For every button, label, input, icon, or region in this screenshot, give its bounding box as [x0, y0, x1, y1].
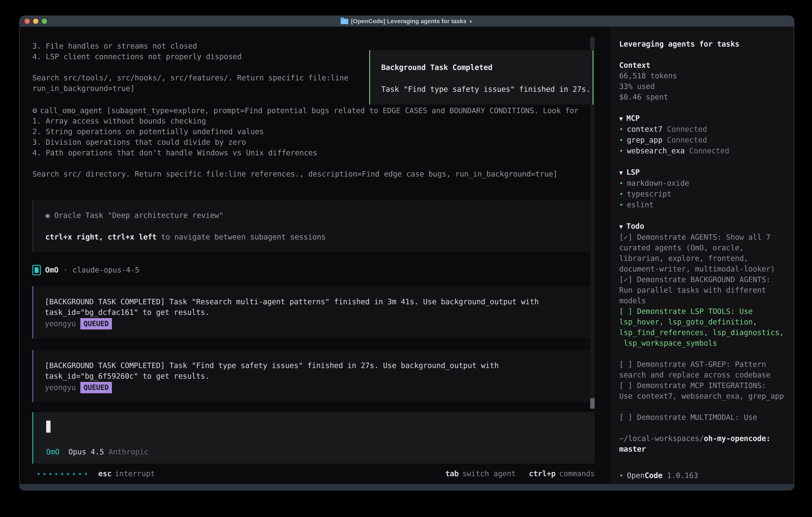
oracle-task-card: ◉ Oracle Task "Deep architecture review"…: [32, 200, 595, 252]
record-icon: ◉: [46, 211, 50, 220]
terminal-line: [32, 62, 348, 73]
todo-section-header[interactable]: ▼Todo: [619, 221, 784, 232]
mcp-item: •websearch_exa Connected: [619, 145, 784, 156]
agent-name: OmO: [45, 265, 59, 275]
text-cursor: [46, 420, 51, 433]
model-provider: Anthropic: [109, 447, 148, 456]
scrollback-block-1: 3. File handles or streams not closed 4.…: [32, 41, 348, 94]
hint-keys: ctrl+x right, ctrl+x left: [46, 233, 157, 241]
status-badge: QUEUED: [80, 318, 112, 329]
status-bar-right: tab switch agent ctrl+p commands: [445, 468, 595, 479]
message-footer: yeongyu QUEUED: [45, 318, 595, 329]
terminal-line: Search src/tools/, src/hooks/, src/featu…: [32, 73, 348, 83]
window-bottom-strip: [20, 484, 794, 490]
background-task-toast[interactable]: Background Task Completed Task "Find typ…: [369, 50, 593, 105]
toast-title: Background Task Completed: [381, 62, 592, 73]
chevron-down-icon: ▼: [619, 169, 623, 176]
mcp-section-header[interactable]: ▼MCP: [619, 113, 784, 124]
terminal-line: run_in_background=true]: [32, 83, 348, 94]
workspace-branch: master: [619, 444, 784, 455]
main-scrollbar-thumb[interactable]: [590, 398, 594, 409]
todo-item-done: [✓] Demonstrate BACKGROUND AGENTS: Run p…: [619, 274, 784, 306]
message-author: yeongyu: [45, 382, 76, 393]
context-heading: Context: [619, 60, 784, 71]
todo-item-done: [✓] Demonstrate AGENTS: Show all 7 curat…: [619, 232, 784, 274]
half-circle-icon: ◐: [469, 18, 473, 25]
lsp-item: •markdown-oxide: [619, 178, 784, 189]
background-task-message: [BACKGROUND TASK COMPLETED] Task "Find t…: [32, 350, 595, 402]
terminal-line: Search src/ directory. Return specific f…: [32, 169, 578, 179]
session-title: Leveraging agents for tasks: [619, 39, 784, 49]
terminal-window: [OpenCode] Leveraging agents for tasks ◐…: [19, 16, 794, 490]
terminal-line: [32, 158, 578, 169]
agent-call-text: call_omo_agent [subagent_type=explore, p…: [40, 106, 578, 115]
background-task-message: [BACKGROUND TASK COMPLETED] Task "Resear…: [32, 286, 595, 338]
agent-model: claude-opus-4-5: [72, 265, 139, 275]
folder-icon: [341, 19, 348, 24]
todo-item-pending: [ ] Demonstrate MCP INTEGRATIONS: Use co…: [619, 380, 784, 402]
message-line: task_id="bg_dcfac161" to get results.: [45, 307, 595, 318]
context-tokens: 66,518 tokens: [619, 71, 784, 81]
status-dot-icon: •: [619, 136, 623, 144]
todo-item-pending: [ ] Demonstrate AST-GREP: Pattern search…: [619, 359, 784, 380]
ctrlp-key-hint: ctrl+p: [529, 468, 556, 479]
status-badge: QUEUED: [80, 382, 112, 393]
gear-icon: ⚙: [32, 106, 37, 115]
chat-main-pane: 3. File handles or streams not closed 4.…: [20, 27, 610, 484]
close-button[interactable]: [25, 19, 30, 24]
tab-key-label: switch agent: [462, 468, 516, 479]
active-model: Opus 4.5: [68, 447, 104, 456]
chevron-down-icon: ▼: [619, 115, 623, 122]
oracle-task-line: ◉ Oracle Task "Deep architecture review": [46, 210, 595, 221]
lsp-item: •typescript: [619, 189, 784, 199]
oracle-hint-line: ctrl+x right, ctrl+x left to navigate be…: [46, 232, 595, 242]
status-dot-icon: •: [619, 179, 623, 187]
model-indicator[interactable]: OmO Opus 4.5 Anthropic: [46, 446, 148, 457]
status-bar: ▪▪▪▪▪▪▪▪▪ esc interrupt tab switch agent…: [20, 468, 610, 480]
window-title: [OpenCode] Leveraging agents for tasks ◐: [341, 18, 473, 25]
oracle-task-text: Oracle Task "Deep architecture review": [54, 211, 223, 220]
terminal-line: 4. LSP client connections not properly d…: [32, 51, 348, 62]
desktop: [OpenCode] Leveraging agents for tasks ◐…: [0, 0, 812, 517]
mcp-item: •grep_app Connected: [619, 135, 784, 145]
toast-body: Task "Find type safety issues" finished …: [381, 84, 592, 94]
separator-dot: ·: [63, 265, 68, 275]
session-sidebar: Leveraging agents for tasks Context 66,5…: [610, 27, 794, 484]
todo-item-active: [ ] Demonstrate LSP TOOLS: Use lsp_hover…: [619, 306, 784, 349]
main-scrollbar-top-block: [590, 37, 594, 49]
prompt-input[interactable]: OmO Opus 4.5 Anthropic: [32, 412, 595, 464]
message-line: [BACKGROUND TASK COMPLETED] Task "Find t…: [45, 360, 595, 371]
esc-key-label: interrupt: [115, 468, 155, 479]
zoom-button[interactable]: [42, 19, 47, 24]
terminal-line: 4. Path operations that don't handle Win…: [32, 147, 578, 158]
workspace-path: ~/local-workspaces/oh-my-opencode: maste…: [619, 433, 784, 455]
window-title-text: [OpenCode] Leveraging agents for tasks: [351, 18, 467, 25]
agent-session-header[interactable]: OmO · claude-opus-4-5: [32, 265, 139, 275]
message-author: yeongyu: [45, 319, 76, 329]
scrollback-block-2: ⚙call_omo_agent [subagent_type=explore, …: [32, 105, 578, 179]
status-dot-icon: •: [619, 472, 623, 480]
activity-dots-icon: ▪▪▪▪▪▪▪▪▪: [37, 468, 90, 479]
lsp-section-header[interactable]: ▼LSP: [619, 167, 784, 178]
status-dot-icon: •: [619, 147, 623, 155]
todo-item-pending: [ ] Demonstrate MULTIMODAL: Use: [619, 412, 784, 423]
message-line: [BACKGROUND TASK COMPLETED] Task "Resear…: [45, 297, 595, 307]
status-dot-icon: •: [619, 125, 623, 133]
status-dot-icon: •: [619, 201, 623, 209]
message-footer: yeongyu QUEUED: [45, 382, 595, 393]
titlebar: [OpenCode] Leveraging agents for tasks ◐: [20, 16, 794, 27]
terminal-line: 2. String operations on potentially unde…: [32, 126, 578, 137]
terminal-line: 3. Division operations that could divide…: [32, 137, 578, 147]
agent-checkbox-icon: [32, 265, 41, 275]
message-line: task_id="bg_6f59260c" to get results.: [45, 371, 595, 381]
esc-key-hint: esc: [98, 468, 112, 479]
status-dot-icon: •: [619, 190, 623, 198]
lsp-item: •eslint: [619, 199, 784, 210]
traffic-lights: [25, 16, 47, 26]
mcp-item: •context7 Connected: [619, 124, 784, 135]
hint-rest: to navigate between subagent sessions: [157, 233, 326, 241]
minimize-button[interactable]: [33, 19, 38, 24]
app-version: •OpenCode 1.0.163: [619, 470, 784, 481]
terminal-line: 3. File handles or streams not closed: [32, 41, 348, 51]
agent-call-line: ⚙call_omo_agent [subagent_type=explore, …: [32, 105, 578, 116]
